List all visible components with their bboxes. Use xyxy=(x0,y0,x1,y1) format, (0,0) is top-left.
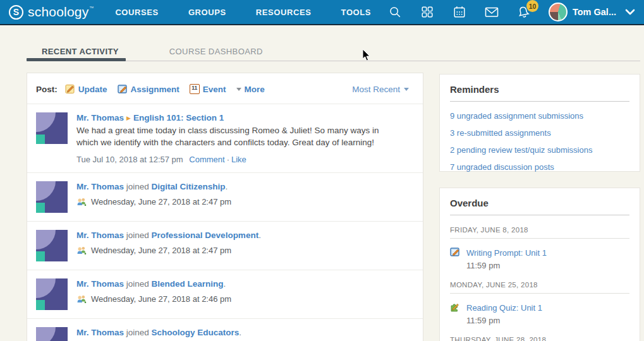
joined-timestamp: Wednesday, June 27, 2018 at 2:47 pm xyxy=(91,197,231,206)
post-body: We had a great time today in class discu… xyxy=(76,125,380,149)
feed-item-update: Mr. Thomas▶English 101: Section 1 We had… xyxy=(27,104,423,172)
members-icon xyxy=(76,197,87,207)
mouse-cursor xyxy=(362,49,371,62)
assignment-icon xyxy=(450,247,460,257)
author-link[interactable]: Mr. Thomas xyxy=(76,279,124,289)
joined-timestamp: Wednesday, June 27, 2018 at 2:47 pm xyxy=(91,246,231,255)
course-link[interactable]: English 101: Section 1 xyxy=(133,113,224,123)
author-link[interactable]: Mr. Thomas xyxy=(76,230,124,240)
overdue-item-link[interactable]: Reading Quiz: Unit 1 xyxy=(466,303,542,313)
top-navbar: S schoology COURSES GROUPS RESOURCES TOO… xyxy=(0,0,644,25)
group-link[interactable]: Blended Learning xyxy=(152,279,224,289)
overdue-date-header: THURSDAY, JUNE 28, 2018 xyxy=(450,336,629,341)
sort-label: Most Recent xyxy=(352,85,400,94)
post-assignment-button[interactable]: Assignment xyxy=(118,84,179,94)
nav-menu: COURSES GROUPS RESOURCES TOOLS xyxy=(115,8,371,17)
post-event-label: Event xyxy=(203,85,226,94)
overdue-item: Writing Prompt: Unit 1 11:59 pm xyxy=(450,247,629,270)
post-update-label: Update xyxy=(78,85,107,94)
nav-item-resources[interactable]: RESOURCES xyxy=(256,8,312,17)
overdue-item-time: 11:59 pm xyxy=(466,316,542,325)
arrow-right-icon: ▶ xyxy=(126,115,131,121)
group-avatar[interactable] xyxy=(36,230,68,261)
tab-course-dashboard[interactable]: COURSE DASHBOARD xyxy=(154,38,278,66)
nav-item-groups[interactable]: GROUPS xyxy=(188,8,226,17)
feed-item-joined: Mr. Thomas joined Blended Learning. Wedn… xyxy=(27,270,423,318)
recent-activity-feed: Post: Update Assignment 11 Event More Mo… xyxy=(27,73,423,341)
group-link[interactable]: Schoology Educators xyxy=(152,328,240,337)
user-name: Tom Gal... xyxy=(573,7,616,17)
user-avatar[interactable] xyxy=(549,3,568,21)
post-timestamp: Tue Jul 10, 2018 at 12:57 pm xyxy=(76,155,183,164)
search-icon[interactable] xyxy=(387,4,403,20)
caret-down-icon xyxy=(236,88,241,91)
apps-grid-icon[interactable] xyxy=(420,4,435,20)
author-link[interactable]: Mr. Thomas xyxy=(76,328,124,337)
sort-dropdown[interactable]: Most Recent xyxy=(352,85,409,94)
reminder-link[interactable]: 7 ungraded discussion posts xyxy=(450,162,554,172)
tab-bar: RECENT ACTIVITY COURSE DASHBOARD xyxy=(27,38,278,66)
course-avatar[interactable] xyxy=(36,112,68,144)
quiz-icon xyxy=(450,302,460,312)
reminder-link[interactable]: 9 ungraded assignment submissions xyxy=(450,111,583,121)
logo-s-icon: S xyxy=(9,5,23,20)
nav-item-courses[interactable]: COURSES xyxy=(115,8,159,17)
overdue-item-link[interactable]: Writing Prompt: Unit 1 xyxy=(466,248,547,258)
nav-item-tools[interactable]: TOOLS xyxy=(341,8,372,17)
overdue-card: Overdue FRIDAY, JUNE 8, 2018 Writing Pro… xyxy=(439,188,640,341)
messages-icon[interactable] xyxy=(484,4,499,20)
joined-text: joined xyxy=(126,279,149,289)
chevron-down-icon[interactable] xyxy=(625,9,635,15)
group-avatar[interactable] xyxy=(36,327,68,341)
user-menu[interactable]: Tom Gal... xyxy=(549,3,635,21)
overdue-item: Reading Quiz: Unit 1 11:59 pm xyxy=(450,302,629,325)
more-label: More xyxy=(245,85,265,94)
overdue-item-time: 11:59 pm xyxy=(466,261,547,270)
comment-link[interactable]: Comment xyxy=(189,155,224,164)
post-bar: Post: Update Assignment 11 Event More Mo… xyxy=(27,73,423,104)
joined-text: joined xyxy=(126,328,149,337)
caret-down-icon xyxy=(404,88,409,91)
joined-text: joined xyxy=(126,182,149,191)
reminder-link[interactable]: 3 re-submitted assignments xyxy=(450,128,551,138)
feed-item-joined: Mr. Thomas joined Schoology Educators. W… xyxy=(27,319,423,341)
post-label: Post: xyxy=(36,85,58,94)
like-link[interactable]: Like xyxy=(231,155,246,164)
post-update-button[interactable]: Update xyxy=(65,84,107,94)
group-link[interactable]: Digital Citizenship xyxy=(152,182,226,191)
group-avatar[interactable] xyxy=(36,278,68,310)
feed-item-joined: Mr. Thomas joined Professional Developme… xyxy=(27,222,423,270)
update-icon xyxy=(65,84,75,94)
notification-badge: 10 xyxy=(526,0,538,12)
post-assignment-label: Assignment xyxy=(131,85,179,94)
author-link[interactable]: Mr. Thomas xyxy=(76,182,124,191)
author-link[interactable]: Mr. Thomas xyxy=(76,113,124,123)
feed-item-joined: Mr. Thomas joined Digital Citizenship. W… xyxy=(27,173,423,221)
reminders-card: Reminders 9 ungraded assignment submissi… xyxy=(439,74,640,172)
tab-recent-activity[interactable]: RECENT ACTIVITY xyxy=(27,38,134,66)
post-event-button[interactable]: 11 Event xyxy=(190,84,226,94)
more-post-options-button[interactable]: More xyxy=(236,85,265,94)
notifications-bell-icon[interactable]: 10 xyxy=(516,4,532,20)
joined-text: joined xyxy=(126,230,149,240)
event-icon: 11 xyxy=(190,84,200,94)
brand-text: schoology xyxy=(28,4,88,20)
reminder-link[interactable]: 2 pending review test/quiz submissions xyxy=(450,145,592,155)
calendar-icon[interactable] xyxy=(452,4,467,20)
assignment-icon xyxy=(118,84,128,94)
active-tab-underline xyxy=(27,58,126,61)
group-avatar[interactable] xyxy=(36,181,68,213)
overdue-title: Overdue xyxy=(450,198,629,215)
group-link[interactable]: Professional Development xyxy=(152,230,259,240)
overdue-date-header: MONDAY, JUNE 25, 2018 xyxy=(450,281,629,294)
schoology-logo[interactable]: S schoology xyxy=(9,4,88,20)
reminders-title: Reminders xyxy=(450,84,629,102)
joined-timestamp: Wednesday, June 27, 2018 at 2:46 pm xyxy=(91,294,231,304)
members-icon xyxy=(76,246,87,256)
overdue-date-header: FRIDAY, JUNE 8, 2018 xyxy=(450,226,629,239)
members-icon xyxy=(76,294,87,304)
